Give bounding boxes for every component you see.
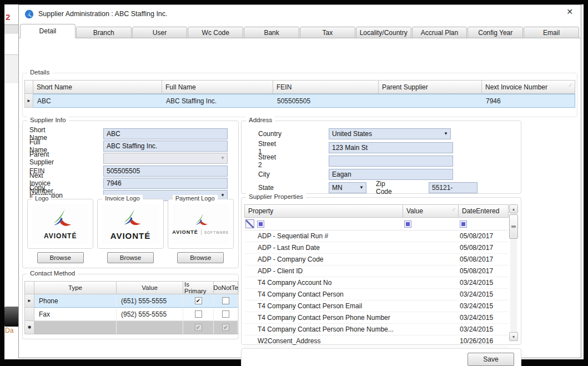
column-header-fein[interactable]: FEIN: [273, 80, 379, 94]
contact-value-cell[interactable]: (651) 555-5555: [117, 294, 183, 308]
full-name-field[interactable]: ABC Staffing Inc.: [103, 141, 228, 152]
filter-icon[interactable]: [257, 220, 264, 228]
tab-tax[interactable]: Tax: [300, 27, 355, 38]
date-entered-cell[interactable]: 05/08/2017: [459, 254, 509, 265]
browse-logo-button[interactable]: Browse: [37, 252, 84, 263]
value-cell[interactable]: [403, 312, 459, 324]
date-entered-cell[interactable]: 03/24/2015: [459, 324, 509, 335]
avionte-wordmark: AVIONTÉ: [172, 229, 198, 235]
date-entered-cell[interactable]: 03/24/2015: [459, 312, 509, 324]
value-cell[interactable]: [403, 335, 459, 347]
parent-supplier-dropdown[interactable]: ▼: [103, 153, 228, 164]
column-header-label: Value: [406, 207, 423, 215]
contact-type-cell[interactable]: Phone: [34, 294, 117, 308]
details-cell-short-name[interactable]: ABC: [33, 94, 162, 108]
row-selector-icon[interactable]: ►: [24, 294, 34, 308]
divider: [201, 229, 202, 235]
property-cell[interactable]: ADP - Last Run Date: [244, 242, 403, 254]
is-primary-checkbox[interactable]: [195, 310, 202, 318]
value-cell[interactable]: [403, 277, 459, 289]
property-cell[interactable]: ADP - Sequential Run #: [244, 230, 403, 242]
tab-config-year[interactable]: Config Year: [468, 27, 523, 38]
close-icon[interactable]: ✕: [566, 8, 573, 16]
date-entered-cell[interactable]: 03/24/2015: [459, 289, 509, 300]
property-cell[interactable]: T4 Company Contact Person Phone Numbe...: [244, 324, 403, 335]
country-dropdown[interactable]: United States ▼: [329, 128, 451, 139]
short-name-field[interactable]: ABC: [103, 128, 228, 139]
date-entered-cell[interactable]: 10/26/2016: [459, 335, 509, 347]
details-cell-full-name[interactable]: ABC Staffing Inc.: [162, 94, 273, 108]
underlay-dark-bar: [4, 307, 19, 327]
row-header[interactable]: [24, 308, 34, 321]
details-cell-next-invoice-number[interactable]: 7946: [482, 94, 575, 108]
value-cell[interactable]: [403, 254, 459, 265]
state-dropdown[interactable]: MN ▼: [329, 182, 366, 193]
value-cell[interactable]: [403, 289, 459, 300]
property-cell[interactable]: W2Consent_Address: [244, 335, 403, 347]
details-cell-fein[interactable]: 505505505: [273, 94, 379, 108]
scroll-down-icon[interactable]: ▼: [509, 332, 518, 341]
contact-type-cell[interactable]: Fax: [34, 308, 117, 321]
city-field[interactable]: Eagan: [329, 169, 453, 180]
column-header-do-not-text[interactable]: DoNotTe: [214, 281, 238, 294]
row-selector-icon[interactable]: ►: [24, 94, 33, 108]
tab-detail[interactable]: Detail: [20, 24, 76, 38]
tab-locality-country[interactable]: Locality/Country: [356, 27, 411, 38]
property-cell[interactable]: T4 Company Contact Person: [244, 289, 403, 300]
browse-payment-logo-button[interactable]: Browse: [177, 252, 224, 263]
is-primary-checkbox[interactable]: ✔: [195, 297, 202, 304]
contact-method-grid: Type Value Is Primary DoNotTe ► Phone (6…: [24, 281, 238, 334]
fein-field[interactable]: 505505505: [103, 166, 228, 177]
next-invoice-number-field[interactable]: 7946: [103, 178, 228, 189]
value-cell[interactable]: [403, 242, 459, 254]
tab-user[interactable]: User: [132, 27, 188, 38]
tab-branch[interactable]: Branch: [76, 27, 132, 38]
do-not-text-checkbox[interactable]: [222, 310, 229, 318]
tab-accrual-plan[interactable]: Accrual Plan: [412, 27, 468, 38]
scroll-up-icon[interactable]: ▲: [509, 204, 518, 213]
date-entered-cell[interactable]: 03/24/2015: [459, 300, 509, 312]
tab-bank[interactable]: Bank: [244, 27, 299, 38]
details-cell-parent-supplier[interactable]: [379, 94, 482, 108]
column-header-value[interactable]: Value ⟋: [403, 204, 459, 218]
value-cell[interactable]: [403, 324, 459, 335]
street2-field[interactable]: [329, 156, 453, 167]
edit-filter-icon[interactable]: [245, 219, 254, 228]
property-cell[interactable]: ADP - Company Code: [244, 254, 403, 265]
column-header-type[interactable]: Type: [34, 281, 117, 294]
contact-value-cell[interactable]: (952) 555-5555: [117, 308, 183, 321]
zip-code-field[interactable]: 55121-: [429, 182, 478, 193]
new-row-type-cell[interactable]: [34, 321, 117, 334]
column-header-parent-supplier[interactable]: Parent Supplier: [379, 80, 482, 94]
date-entered-cell[interactable]: 05/08/2017: [459, 242, 509, 254]
vertical-scrollbar[interactable]: ▲ ▼: [509, 204, 518, 341]
property-cell[interactable]: T4 Company Contact Person Email: [244, 300, 403, 312]
column-header-date-entered[interactable]: DateEntered: [459, 204, 509, 218]
tab-email[interactable]: Email: [524, 27, 579, 38]
new-row-icon[interactable]: ✱: [24, 321, 34, 334]
save-button[interactable]: Save: [468, 353, 514, 366]
value-cell[interactable]: [403, 265, 459, 277]
tab-wc-code[interactable]: Wc Code: [188, 27, 243, 38]
filter-icon[interactable]: [404, 220, 411, 228]
value-cell[interactable]: [403, 230, 459, 242]
value-cell[interactable]: [403, 300, 459, 312]
date-entered-cell[interactable]: 05/08/2017: [459, 230, 509, 242]
column-header-short-name[interactable]: Short Name: [33, 80, 162, 94]
column-header-is-primary[interactable]: Is Primary: [183, 281, 214, 294]
date-entered-cell[interactable]: 05/08/2017: [459, 265, 509, 277]
new-row-value-cell[interactable]: [117, 321, 183, 334]
do-not-text-checkbox[interactable]: [222, 297, 229, 304]
date-entered-cell[interactable]: 03/24/2015: [459, 277, 509, 289]
filter-icon[interactable]: [460, 220, 467, 228]
column-header-next-invoice-number[interactable]: Next Invoice Number ⟋: [482, 80, 575, 94]
column-header-value[interactable]: Value: [117, 281, 183, 294]
column-header-full-name[interactable]: Full Name: [162, 80, 273, 94]
street1-field[interactable]: 123 Main St: [329, 142, 453, 153]
scrollbar-thumb[interactable]: [509, 214, 518, 239]
property-cell[interactable]: T4 Company Account No: [244, 277, 403, 289]
property-cell[interactable]: ADP - Client ID: [244, 265, 403, 277]
browse-invoice-logo-button[interactable]: Browse: [107, 252, 154, 263]
column-header-property[interactable]: Property: [244, 204, 403, 218]
property-cell[interactable]: T4 Company Contact Person Phone Number: [244, 312, 403, 324]
